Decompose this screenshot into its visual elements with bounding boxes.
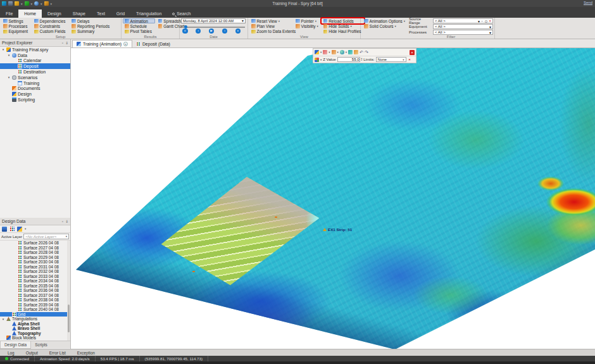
btn-hide-haul-profiles[interactable]: Hide Haul Profiles xyxy=(322,29,365,34)
tab-text[interactable]: Text xyxy=(91,9,111,18)
close-toolbar-icon[interactable]: × xyxy=(410,50,415,55)
list-item-surface-2034-04-08[interactable]: Surface 2034 04 08 xyxy=(0,279,70,284)
limits-select[interactable]: None ▾ xyxy=(376,57,406,62)
btn-summary[interactable]: Summary xyxy=(70,29,113,34)
import-layer-icon[interactable] xyxy=(2,227,7,232)
minus-icon[interactable]: − xyxy=(481,19,484,23)
btn-reset-view[interactable]: Reset View▾ xyxy=(249,18,292,23)
list-item-surface-2038-04-08[interactable]: Surface 2038 04 08 xyxy=(0,298,70,303)
source-range-caret-icon[interactable]: ▾ xyxy=(478,19,480,23)
tab-grid[interactable]: Grid xyxy=(111,9,130,18)
play-button[interactable]: ▶ xyxy=(209,28,215,34)
tab-design[interactable]: Design xyxy=(42,9,67,18)
tab-error-list[interactable]: Error List xyxy=(44,350,71,356)
list-item-block-models[interactable]: Block Models xyxy=(0,336,70,341)
globe-icon[interactable] xyxy=(340,50,344,54)
tab-design-data[interactable]: Design Data xyxy=(0,341,31,349)
list-item-grid[interactable]: Grid xyxy=(0,312,70,317)
expand-arrow-icon[interactable]: ▾ xyxy=(1,317,5,321)
btn-delays[interactable]: Delays xyxy=(70,18,113,23)
btn-pivot-tables[interactable]: Pivot Tables xyxy=(123,29,155,34)
tab-scripts[interactable]: Scripts xyxy=(31,341,51,348)
expand-arrow-icon[interactable]: ▾ xyxy=(1,47,5,51)
btn-hide-solids[interactable]: Hide Solids▾ xyxy=(322,23,365,28)
visibility-caret-icon[interactable]: ▾ xyxy=(329,51,330,54)
float-window-icon[interactable]: ▫ xyxy=(62,41,63,45)
btn-visibility[interactable]: Visibility▾ xyxy=(294,23,320,28)
step-forward-button[interactable]: › xyxy=(222,28,228,34)
pan-hand-icon[interactable] xyxy=(354,50,358,54)
expand-arrow-icon[interactable]: ▾ xyxy=(7,75,11,79)
btn-solid-colours[interactable]: Solid Colours▾ xyxy=(362,23,407,28)
list-item-topography[interactable]: Topography xyxy=(0,331,70,336)
send-link[interactable]: Send xyxy=(584,1,592,4)
date-slider[interactable] xyxy=(182,25,245,27)
equipment-caret-icon[interactable]: ▾ xyxy=(489,25,491,29)
list-item-surface-2026-04-08[interactable]: Surface 2026 04 08 xyxy=(0,241,70,246)
btn-equipment[interactable]: Equipment xyxy=(1,29,31,34)
list-item-surface-2027-04-08[interactable]: Surface 2027 04 08 xyxy=(0,246,70,251)
list-item-alpha-shell[interactable]: Alpha Shell xyxy=(0,322,70,327)
z-value-input[interactable] xyxy=(337,57,360,62)
tab-file[interactable]: File xyxy=(0,9,18,18)
btn-schedule[interactable]: Schedule xyxy=(123,23,155,28)
reload-icon[interactable] xyxy=(348,50,353,54)
list-item-surface-2035-04-08[interactable]: Surface 2035 04 08 xyxy=(0,284,70,289)
tree-item-scenarios[interactable]: ▾ Scenarios xyxy=(0,75,70,80)
visibility-icon[interactable] xyxy=(323,50,327,54)
scrollbar-thumb[interactable] xyxy=(68,304,70,332)
tree-item-destination[interactable]: Destination xyxy=(0,69,70,75)
grid-icon[interactable] xyxy=(332,50,336,54)
btn-processes[interactable]: Processes xyxy=(1,23,31,28)
target-icon[interactable]: ⊙ xyxy=(484,19,487,23)
3d-viewport[interactable]: EX1 Strip: 51 ▾ ▾ ▾ ▾ ↶ ↷ × ▾ Z Value ▴▾… xyxy=(71,48,595,349)
btn-reporting-periods[interactable]: Reporting Periods xyxy=(70,23,113,28)
tree-item-data[interactable]: ▾ Data xyxy=(0,53,70,58)
doc-tab-deposit-data[interactable]: Deposit (Data) xyxy=(132,41,174,47)
redo-icon[interactable]: ↷ xyxy=(365,50,368,55)
tree-item-training-final-spry[interactable]: ▾ Training Final.spry xyxy=(0,47,70,53)
list-item-surface-2029-04-08[interactable]: Surface 2029 04 08 xyxy=(0,255,70,260)
design-layers-caret-icon[interactable]: ▾ xyxy=(320,51,322,54)
move-axes-caret-icon[interactable]: ▾ xyxy=(320,58,322,61)
tree-item-design[interactable]: Design xyxy=(0,91,70,97)
list-item-surface-2036-04-08[interactable]: Surface 2036 04 08 xyxy=(0,288,70,293)
tab-log[interactable]: Log xyxy=(3,350,20,356)
clear-filter-icon[interactable]: × xyxy=(489,19,491,23)
expand-arrow-icon[interactable]: ▾ xyxy=(7,53,11,57)
date-slider-thumb[interactable] xyxy=(184,25,187,28)
skip-end-button[interactable]: » xyxy=(235,28,241,34)
list-item-surface-2039-04-08[interactable]: Surface 2039 04 08 xyxy=(0,303,70,308)
tree-item-documents[interactable]: Documents xyxy=(0,86,70,92)
list-item-surface-2030-04-08[interactable]: Surface 2030 04 08 xyxy=(0,260,70,265)
btn-reload-solids[interactable]: Reload Solids xyxy=(322,18,365,23)
move-axes-icon[interactable] xyxy=(315,58,319,62)
terrain-heatmap[interactable] xyxy=(71,48,595,349)
btn-constraints[interactable]: Constraints xyxy=(32,23,68,28)
btn-pointer[interactable]: Pointer▾ xyxy=(294,18,320,23)
list-item-surface-2040-04-08[interactable]: Surface 2040 04 08 xyxy=(0,307,70,312)
list-item-surface-2031-04-08[interactable]: Surface 2031 04 08 xyxy=(0,265,70,270)
float-window-icon[interactable]: ▫ xyxy=(62,220,63,223)
list-item-bravo-shell[interactable]: Bravo Shell xyxy=(0,326,70,331)
btn-settings[interactable]: Settings xyxy=(1,18,31,23)
btn-zoom-to-data-extents[interactable]: Zoom to Data Extents xyxy=(249,29,292,34)
processes-caret-icon[interactable]: ▾ xyxy=(489,30,491,35)
tab-exception[interactable]: Exception xyxy=(72,350,100,356)
step-back-button[interactable]: ‹ xyxy=(196,28,201,34)
design-tool-caret-icon[interactable]: ▾ xyxy=(25,227,26,230)
btn-plan-view[interactable]: Plan View xyxy=(249,23,292,28)
date-combobox[interactable]: Monday, 8 April 2024 12:00 AM ▾ xyxy=(181,18,246,23)
tree-item-deposit[interactable]: Deposit xyxy=(0,63,70,69)
active-layer-combobox[interactable]: <No Active Layer> ▾ xyxy=(23,234,69,239)
grid-tool-icon[interactable] xyxy=(9,227,15,232)
doc-tab-training-animation[interactable]: Training (Animation) × xyxy=(72,40,132,47)
btn-animation[interactable]: Animation xyxy=(123,18,155,23)
close-tab-icon[interactable]: × xyxy=(123,42,128,46)
list-item-surface-2033-04-08[interactable]: Surface 2033 04 08 xyxy=(0,274,70,279)
tree-item-training[interactable]: Training xyxy=(0,80,70,86)
source-range-combobox[interactable]: < All > ▾ − ⊙ × xyxy=(433,18,493,23)
skip-start-button[interactable]: « xyxy=(182,28,188,34)
design-data-scrollbar[interactable] xyxy=(67,241,70,341)
tree-item-calendar[interactable]: Calendar xyxy=(0,58,70,64)
